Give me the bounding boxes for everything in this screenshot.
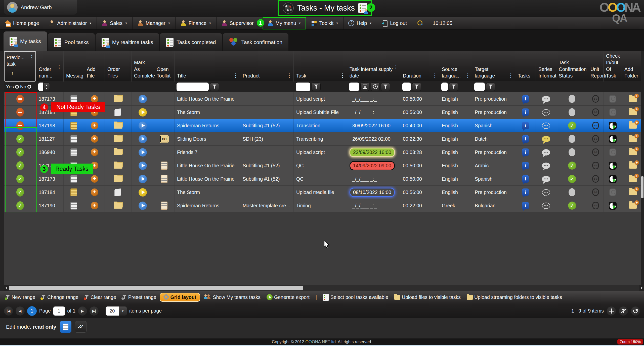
calendar-picker-button[interactable]	[360, 83, 369, 91]
user-chip[interactable]: Andrew Garb	[4, 0, 77, 15]
order-number-filter-input[interactable]	[38, 83, 43, 91]
horizontal-scrollbar[interactable]	[4, 285, 644, 291]
column-header-task-confirmation-status[interactable]: Task Confirmation Status	[556, 51, 588, 82]
column-header-duration[interactable]: Duration ⋮	[400, 51, 439, 82]
message-icon[interactable]	[70, 162, 77, 170]
generate-export-button[interactable]: Generate export	[264, 293, 312, 301]
column-header-task-internal-supply-date[interactable]: Task internal supply date ⋮	[347, 51, 400, 82]
task-confirmation-status-icon[interactable]	[569, 95, 575, 103]
add-folder-icon[interactable]	[629, 109, 637, 115]
previous-task-status-icon[interactable]: ✓	[16, 201, 24, 210]
series-information-icon[interactable]	[542, 149, 550, 156]
task-filter-input[interactable]	[296, 83, 310, 91]
add-file-icon[interactable]: +	[91, 148, 98, 156]
check-in-out-icon[interactable]	[609, 188, 616, 196]
clear-range-button[interactable]: Clear range	[82, 293, 119, 301]
mark-as-complete-icon[interactable]	[139, 108, 147, 117]
check-in-out-icon[interactable]	[609, 148, 616, 156]
series-information-icon[interactable]	[542, 163, 550, 169]
subtitle-cc-icon[interactable]: CC	[160, 136, 168, 142]
menu-toolkit[interactable]: Toolkit▼	[306, 17, 344, 29]
add-folder-icon[interactable]	[629, 123, 637, 129]
unit-reporting-icon[interactable]	[592, 122, 599, 129]
message-icon[interactable]	[70, 202, 77, 210]
message-icon[interactable]	[70, 175, 77, 183]
unit-reporting-icon[interactable]	[592, 162, 599, 169]
check-in-out-icon[interactable]	[609, 135, 617, 143]
chevron-down-icon[interactable]: ▼	[119, 306, 127, 316]
column-header-message[interactable]: Messag	[64, 51, 84, 82]
task-confirmation-status-icon[interactable]: ✓	[568, 175, 576, 183]
duration-filter-input[interactable]	[402, 83, 411, 91]
title-filter-input[interactable]	[177, 83, 209, 91]
order-files-icon[interactable]	[114, 149, 122, 155]
column-header-target-language[interactable]: Target language ⋮	[472, 51, 515, 82]
check-in-out-icon[interactable]	[609, 202, 617, 210]
add-folder-icon[interactable]	[629, 176, 637, 182]
menu-sales[interactable]: Sales▼	[97, 17, 133, 29]
tab-my-tasks[interactable]: My tasks	[4, 31, 47, 51]
time-picker-button[interactable]	[371, 83, 380, 91]
column-menu-icon[interactable]: ⋮	[233, 72, 238, 79]
mark-as-complete-icon[interactable]	[139, 162, 147, 170]
mark-as-complete-icon[interactable]	[139, 202, 147, 210]
scroll-left-icon[interactable]	[4, 285, 9, 291]
series-information-icon[interactable]	[542, 123, 550, 129]
column-header-add-file[interactable]: Add File	[84, 51, 105, 82]
task-info-icon[interactable]: i	[522, 95, 529, 103]
column-menu-icon[interactable]: ⋮	[287, 72, 292, 79]
document-icon[interactable]	[161, 162, 167, 170]
column-header-tasks[interactable]: Tasks	[515, 51, 536, 82]
order-number-stepper[interactable]: ▲▼	[43, 83, 50, 91]
column-header-source-language[interactable]: Source langua... ⋮	[439, 51, 472, 82]
add-file-icon[interactable]: +	[91, 175, 98, 183]
tab-pool-tasks[interactable]: Pool tasks	[48, 33, 95, 51]
check-in-out-icon[interactable]	[609, 175, 617, 183]
task-row[interactable]: ✓ 187173 + Little House On the Prairie S…	[4, 172, 644, 186]
task-row[interactable]: 187198 + Spiderman Returns Subtitling #1…	[4, 119, 644, 132]
add-file-icon[interactable]: +	[91, 95, 98, 103]
message-icon[interactable]	[70, 135, 77, 143]
column-menu-icon[interactable]: ⋮	[508, 72, 513, 79]
radio-yes[interactable]	[15, 85, 19, 89]
column-menu-icon[interactable]: ⋮	[340, 72, 345, 79]
column-header-order-files[interactable]: Order Files	[105, 51, 132, 82]
column-menu-icon[interactable]: ⋮	[465, 72, 470, 79]
menu-finance[interactable]: Finance▼	[176, 17, 217, 29]
menu-home-page[interactable]: Home page	[0, 17, 44, 29]
previous-task-status-icon[interactable]: ✓	[16, 175, 24, 183]
task-confirmation-status-icon[interactable]: ✓	[568, 122, 576, 130]
date-filter-button[interactable]	[381, 83, 390, 91]
column-header-product[interactable]: Product ⋮	[240, 51, 294, 82]
last-page-button[interactable]: ▶|	[90, 306, 99, 316]
check-in-out-icon[interactable]	[609, 122, 617, 130]
add-folder-icon[interactable]	[629, 189, 637, 195]
first-page-button[interactable]: |◀	[4, 306, 13, 316]
series-information-icon[interactable]	[542, 189, 550, 196]
preset-range-button[interactable]: Preset range	[120, 293, 159, 301]
series-information-icon[interactable]	[542, 96, 550, 102]
add-file-icon[interactable]: +	[91, 135, 98, 143]
previous-task-status-icon[interactable]	[16, 108, 24, 117]
previous-task-status-icon[interactable]: ✓	[16, 148, 24, 157]
new-range-button[interactable]: New range	[3, 293, 38, 301]
menu-search[interactable]	[412, 17, 428, 29]
grid-view-button[interactable]	[60, 321, 71, 333]
unit-reporting-icon[interactable]	[592, 175, 599, 183]
add-folder-icon[interactable]	[629, 136, 637, 142]
task-confirmation-status-icon[interactable]	[569, 188, 575, 196]
series-information-icon[interactable]	[542, 203, 550, 209]
previous-task-status-icon[interactable]: ✓	[16, 188, 24, 197]
unit-reporting-icon[interactable]	[592, 108, 599, 116]
scroll-right-icon[interactable]	[639, 285, 644, 291]
next-page-button[interactable]: ▶	[78, 306, 87, 316]
order-files-icon[interactable]	[114, 163, 122, 169]
menu-my-menu[interactable]: My menu▼	[263, 17, 306, 29]
column-menu-icon[interactable]: ⋮	[432, 72, 438, 79]
current-page-badge[interactable]: 1	[27, 306, 37, 316]
unit-reporting-icon[interactable]	[592, 188, 599, 196]
change-range-button[interactable]: Change range	[39, 293, 81, 301]
column-header-order-number[interactable]: Order num... ⋮	[36, 51, 64, 82]
task-info-icon[interactable]: i	[522, 202, 529, 209]
items-per-page-select[interactable]: 20 ▼	[106, 306, 127, 316]
